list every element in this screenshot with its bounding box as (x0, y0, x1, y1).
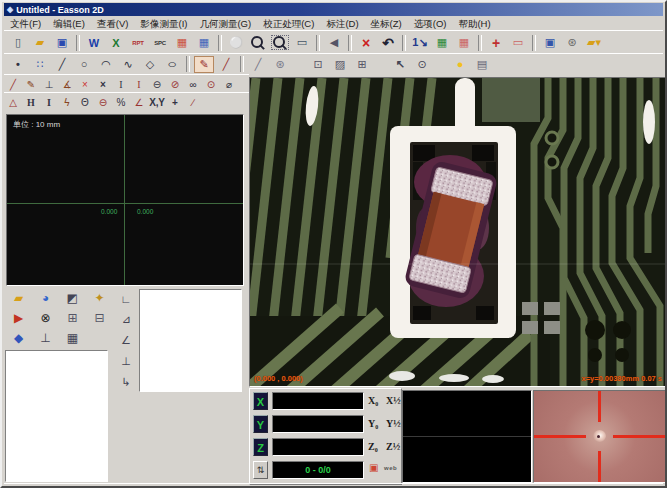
axis-branch-icon[interactable]: ↳ (116, 372, 136, 393)
z-half-button[interactable]: Z½ (386, 441, 400, 452)
perpendicular-icon[interactable]: ⊥ (40, 76, 58, 92)
folder-gold-icon[interactable]: ▰ (5, 288, 32, 307)
xy-coordinate-icon[interactable]: X,Y (148, 94, 166, 110)
measure-line-tool-icon[interactable]: ╱ (216, 56, 236, 73)
z-axis-button[interactable]: Z (253, 438, 268, 456)
report-blue-icon[interactable]: ▦ (194, 34, 214, 51)
zoom-camera-view[interactable] (533, 390, 666, 483)
cross-large-icon[interactable]: × (94, 76, 112, 92)
circle-minus-icon[interactable]: ⊖ (94, 94, 112, 110)
axis-origin-icon[interactable]: ∟ (116, 288, 136, 309)
zoom-in-icon[interactable] (248, 34, 268, 51)
y-half-button[interactable]: Y½ (386, 418, 401, 429)
angle-construct-icon[interactable]: ∡ (58, 76, 76, 92)
branch-icon[interactable]: ⊟ (86, 308, 113, 327)
stop-icon[interactable]: ⊗ (32, 308, 59, 327)
mouse-icon[interactable]: ⚪ (226, 34, 246, 51)
line-tool-icon[interactable]: ╱ (52, 56, 72, 73)
y-axis-button[interactable]: Y (253, 415, 268, 433)
cube-icon[interactable]: ◩ (59, 288, 86, 307)
construct-line-icon[interactable]: ╱ (248, 56, 268, 73)
measure-line-icon[interactable]: ╱ (4, 76, 22, 92)
menu-correction[interactable]: 校正处理(C) (257, 17, 320, 30)
light-icon[interactable]: ● (450, 56, 470, 73)
x-axis-button[interactable]: X (253, 392, 268, 410)
navigation-canvas[interactable]: 单位 : 10 mm 0.000 0.000 (6, 114, 244, 286)
spline-tool-icon[interactable]: ∿ (118, 56, 138, 73)
cross-red-icon[interactable]: + (486, 34, 506, 51)
ibeam-tall-icon[interactable]: I (130, 76, 148, 92)
delete-icon[interactable]: × (356, 34, 376, 51)
elements-listbox[interactable] (5, 350, 108, 482)
circle-tool-icon[interactable]: ○ (74, 56, 94, 73)
axis-angle-icon[interactable]: ∠ (116, 330, 136, 351)
box-select-icon[interactable]: ⊡ (308, 56, 328, 73)
menu-image-measure[interactable]: 影像测量(I) (134, 17, 193, 30)
monitor-icon[interactable]: ▣ (540, 34, 560, 51)
results-listbox[interactable] (139, 289, 242, 392)
camera-view[interactable]: (0.000 , 0.000) x=y=0.00380mm 0.07 s (249, 77, 667, 387)
menu-geometry-measure[interactable]: 几何测量(G) (193, 17, 257, 30)
i-distance-icon[interactable]: I (40, 94, 58, 110)
web-icon[interactable]: web (384, 465, 397, 471)
point-tool-icon[interactable]: • (8, 56, 28, 73)
point-grid-tool-icon[interactable]: ∷ (30, 56, 50, 73)
y-zero-button[interactable]: Y₀ (368, 418, 378, 429)
circle-small-icon[interactable]: ⊙ (202, 76, 220, 92)
play-icon[interactable]: ▶ (5, 308, 32, 327)
save-icon[interactable]: ▣ (52, 34, 72, 51)
ibeam-icon[interactable]: I (112, 76, 130, 92)
circle-pin-icon[interactable]: ⊖ (148, 76, 166, 92)
box-capture-icon[interactable]: ⊞ (352, 56, 372, 73)
settings-icon[interactable]: ⊛ (562, 34, 582, 51)
z-zero-button[interactable]: Z₀ (368, 441, 378, 452)
menu-help[interactable]: 帮助(H) (452, 17, 496, 30)
rpt-report-icon[interactable]: RPT (128, 34, 148, 51)
delete-point-icon[interactable]: × (76, 76, 94, 92)
circle-pair-icon[interactable]: ∞ (184, 76, 202, 92)
menu-options[interactable]: 选项(O) (408, 17, 453, 30)
sequence-icon[interactable]: 1↘ (410, 34, 430, 51)
rect-red-icon[interactable]: ▭ (508, 34, 528, 51)
zoom-window-icon[interactable]: ▭ (292, 34, 312, 51)
open-file-icon[interactable]: ▰ (30, 34, 50, 51)
x-half-button[interactable]: X½ (386, 395, 401, 406)
diameter-icon[interactable]: ⌀ (220, 76, 238, 92)
arc-tool-icon[interactable]: ◠ (96, 56, 116, 73)
report-red-icon[interactable]: ▦ (172, 34, 192, 51)
menu-file[interactable]: 文件(F) (4, 17, 47, 30)
measure-pen-icon[interactable]: ✎ (22, 76, 40, 92)
globe-icon[interactable]: ◕ (32, 288, 59, 307)
spc-report-icon[interactable]: SPC (150, 34, 170, 51)
titlebar[interactable]: ◈ Untitled - Easson 2D (4, 3, 663, 16)
axis-perp-icon[interactable]: ⊥ (116, 351, 136, 372)
plus-origin-icon[interactable]: + (166, 94, 184, 110)
zoom-region-icon[interactable] (270, 34, 290, 51)
menu-annotate[interactable]: 标注(D) (320, 17, 364, 30)
link-elements-icon[interactable]: ϟ (58, 94, 76, 110)
circle-slash-icon[interactable]: ⊘ (166, 76, 184, 92)
grid-icon[interactable]: ▦ (59, 328, 86, 347)
pick-circle-icon[interactable]: ⊙ (412, 56, 432, 73)
gem-icon[interactable]: ◆ (5, 328, 32, 347)
theta-icon[interactable]: Θ (76, 94, 94, 110)
gear-circle-icon[interactable]: ⊛ (270, 56, 290, 73)
image-folder-icon[interactable]: ▰▾ (584, 34, 604, 51)
excel-export-icon[interactable]: X (106, 34, 126, 51)
pen-tool-icon[interactable]: ✎ (194, 56, 214, 73)
triangle-measure-icon[interactable]: △ (4, 94, 22, 110)
pick-arrow-icon[interactable]: ↖ (390, 56, 410, 73)
h-distance-icon[interactable]: H (22, 94, 40, 110)
x-zero-button[interactable]: X₀ (368, 395, 378, 406)
skew-line-icon[interactable]: ∕ (184, 94, 202, 110)
menu-view[interactable]: 查看(V) (91, 17, 135, 30)
axis-triangle-icon[interactable]: ⊿ (116, 309, 136, 330)
angle-measure-icon[interactable]: ∠ (130, 94, 148, 110)
unit-toggle-button[interactable]: ⇅ (253, 461, 268, 479)
probe-icon[interactable]: ▣ (369, 462, 378, 473)
undo-icon[interactable]: ↶ (378, 34, 398, 51)
nodes-icon[interactable]: ⊞ (59, 308, 86, 327)
stand-icon[interactable]: ⊥ (32, 328, 59, 347)
grid-green-icon[interactable]: ▦ (432, 34, 452, 51)
printer-icon[interactable]: ▤ (472, 56, 492, 73)
